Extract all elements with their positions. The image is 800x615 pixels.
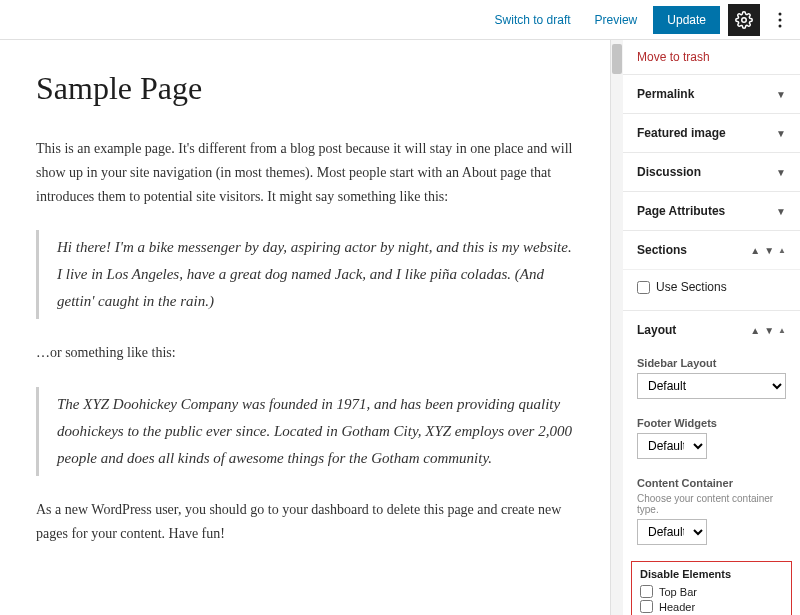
footer-widgets-select[interactable]: Default	[637, 433, 707, 459]
chevron-up-icon[interactable]: ▲	[750, 325, 760, 336]
collapse-icon[interactable]: ▲	[778, 246, 786, 255]
collapse-icon[interactable]: ▲	[778, 326, 786, 335]
gear-icon	[735, 11, 753, 29]
use-sections-checkbox[interactable]: Use Sections	[637, 276, 786, 298]
sidebar-layout-select[interactable]: Default	[637, 373, 786, 399]
panel-label: Page Attributes	[637, 204, 725, 218]
chevron-up-icon[interactable]: ▲	[750, 245, 760, 256]
chevron-down-icon[interactable]: ▼	[764, 325, 774, 336]
quote-block[interactable]: The XYZ Doohickey Company was founded in…	[36, 387, 574, 476]
disable-elements-title: Disable Elements	[640, 568, 783, 580]
settings-button[interactable]	[728, 4, 760, 36]
panel-permalink[interactable]: Permalink ▼	[623, 74, 800, 113]
disable-elements-section: Disable Elements Top Bar Header Primary …	[631, 561, 792, 615]
chevron-down-icon[interactable]: ▼	[764, 245, 774, 256]
panel-label: Discussion	[637, 165, 701, 179]
preview-link[interactable]: Preview	[587, 9, 646, 31]
panel-page-attributes[interactable]: Page Attributes ▼	[623, 191, 800, 230]
panel-label: Featured image	[637, 126, 726, 140]
panel-discussion[interactable]: Discussion ▼	[623, 152, 800, 191]
sidebar-scrollbar[interactable]	[611, 40, 623, 615]
paragraph-block[interactable]: As a new WordPress user, you should go t…	[36, 498, 574, 546]
sidebar-layout-label: Sidebar Layout	[623, 357, 800, 369]
checkbox-label: Header	[659, 601, 695, 613]
panel-label: Layout	[637, 323, 676, 337]
checkbox-label: Top Bar	[659, 586, 697, 598]
page-title[interactable]: Sample Page	[36, 70, 574, 107]
svg-point-1	[779, 12, 782, 15]
content-container-label: Content Container	[623, 477, 800, 489]
more-options-button[interactable]	[768, 4, 792, 36]
checkbox-input[interactable]	[640, 585, 653, 598]
chevron-down-icon: ▼	[776, 89, 786, 100]
svg-point-0	[742, 17, 747, 22]
checkbox-label: Use Sections	[656, 280, 727, 294]
move-to-trash-link[interactable]: Move to trash	[623, 40, 800, 74]
update-button[interactable]: Update	[653, 6, 720, 34]
quote-block[interactable]: Hi there! I'm a bike messenger by day, a…	[36, 230, 574, 319]
paragraph-block[interactable]: …or something like this:	[36, 341, 574, 365]
editor-canvas[interactable]: Sample Page This is an example page. It'…	[0, 40, 610, 615]
footer-widgets-label: Footer Widgets	[623, 417, 800, 429]
svg-point-2	[779, 18, 782, 21]
content-container-desc: Choose your content container type.	[637, 493, 786, 515]
panel-sections-body: Use Sections	[623, 269, 800, 310]
svg-point-3	[779, 24, 782, 27]
checkbox-input[interactable]	[637, 281, 650, 294]
scrollbar-thumb[interactable]	[612, 44, 622, 74]
content-container-select[interactable]: Default	[637, 519, 707, 545]
checkbox-input[interactable]	[640, 600, 653, 613]
panel-featured-image[interactable]: Featured image ▼	[623, 113, 800, 152]
disable-top-bar[interactable]: Top Bar	[640, 584, 783, 599]
workspace: Sample Page This is an example page. It'…	[0, 40, 800, 615]
more-vertical-icon	[778, 12, 782, 28]
switch-to-draft-link[interactable]: Switch to draft	[487, 9, 579, 31]
panel-layout[interactable]: Layout ▲ ▼ ▲	[623, 310, 800, 349]
panel-label: Sections	[637, 243, 687, 257]
editor-topbar: Switch to draft Preview Update	[0, 0, 800, 40]
paragraph-block[interactable]: This is an example page. It's different …	[36, 137, 574, 208]
settings-sidebar: Move to trash Permalink ▼ Featured image…	[610, 40, 800, 615]
chevron-down-icon: ▼	[776, 167, 786, 178]
panel-label: Permalink	[637, 87, 694, 101]
panel-sections[interactable]: Sections ▲ ▼ ▲	[623, 230, 800, 269]
disable-header[interactable]: Header	[640, 599, 783, 614]
chevron-down-icon: ▼	[776, 206, 786, 217]
sidebar-content: Move to trash Permalink ▼ Featured image…	[623, 40, 800, 615]
chevron-down-icon: ▼	[776, 128, 786, 139]
